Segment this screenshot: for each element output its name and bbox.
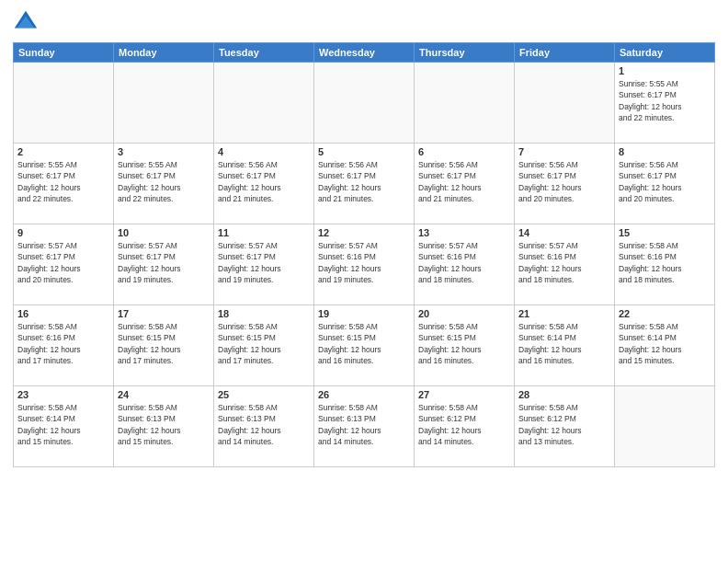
day-number: 16 bbox=[17, 308, 109, 319]
day-number: 8 bbox=[619, 146, 711, 157]
day-info: Sunrise: 5:58 AM Sunset: 6:15 PM Dayligh… bbox=[418, 321, 510, 366]
calendar-cell: 20Sunrise: 5:58 AM Sunset: 6:15 PM Dayli… bbox=[415, 305, 515, 386]
day-info: Sunrise: 5:58 AM Sunset: 6:13 PM Dayligh… bbox=[118, 402, 210, 447]
day-info: Sunrise: 5:58 AM Sunset: 6:15 PM Dayligh… bbox=[118, 321, 210, 366]
calendar-cell: 7Sunrise: 5:56 AM Sunset: 6:17 PM Daylig… bbox=[515, 144, 615, 224]
day-number: 11 bbox=[218, 227, 310, 238]
day-info: Sunrise: 5:55 AM Sunset: 6:17 PM Dayligh… bbox=[619, 78, 711, 123]
calendar-cell: 26Sunrise: 5:58 AM Sunset: 6:13 PM Dayli… bbox=[314, 386, 415, 467]
calendar-cell: 19Sunrise: 5:58 AM Sunset: 6:15 PM Dayli… bbox=[314, 305, 415, 386]
calendar-cell: 4Sunrise: 5:56 AM Sunset: 6:17 PM Daylig… bbox=[214, 144, 314, 224]
day-info: Sunrise: 5:57 AM Sunset: 6:16 PM Dayligh… bbox=[518, 240, 610, 285]
day-info: Sunrise: 5:58 AM Sunset: 6:15 PM Dayligh… bbox=[218, 321, 310, 366]
day-number: 27 bbox=[418, 389, 510, 400]
day-info: Sunrise: 5:56 AM Sunset: 6:17 PM Dayligh… bbox=[218, 159, 310, 204]
day-number: 2 bbox=[17, 146, 109, 157]
calendar-cell: 3Sunrise: 5:55 AM Sunset: 6:17 PM Daylig… bbox=[114, 144, 214, 224]
day-info: Sunrise: 5:58 AM Sunset: 6:12 PM Dayligh… bbox=[418, 402, 510, 447]
calendar-cell: 28Sunrise: 5:58 AM Sunset: 6:12 PM Dayli… bbox=[515, 386, 615, 467]
day-info: Sunrise: 5:56 AM Sunset: 6:17 PM Dayligh… bbox=[318, 159, 410, 204]
day-info: Sunrise: 5:58 AM Sunset: 6:15 PM Dayligh… bbox=[318, 321, 410, 366]
calendar-cell: 24Sunrise: 5:58 AM Sunset: 6:13 PM Dayli… bbox=[114, 386, 214, 467]
calendar-cell: 27Sunrise: 5:58 AM Sunset: 6:12 PM Dayli… bbox=[415, 386, 515, 467]
week-row-1: 2Sunrise: 5:55 AM Sunset: 6:17 PM Daylig… bbox=[14, 144, 715, 224]
day-info: Sunrise: 5:56 AM Sunset: 6:17 PM Dayligh… bbox=[418, 159, 510, 204]
calendar-cell: 5Sunrise: 5:56 AM Sunset: 6:17 PM Daylig… bbox=[314, 144, 415, 224]
day-info: Sunrise: 5:58 AM Sunset: 6:14 PM Dayligh… bbox=[518, 321, 610, 366]
calendar-cell: 9Sunrise: 5:57 AM Sunset: 6:17 PM Daylig… bbox=[14, 224, 114, 305]
calendar-cell: 23Sunrise: 5:58 AM Sunset: 6:14 PM Dayli… bbox=[14, 386, 114, 467]
day-number: 20 bbox=[418, 308, 510, 319]
logo bbox=[13, 9, 42, 35]
week-row-0: 1Sunrise: 5:55 AM Sunset: 6:17 PM Daylig… bbox=[14, 63, 715, 144]
weekday-header-saturday: Saturday bbox=[615, 43, 715, 63]
day-info: Sunrise: 5:58 AM Sunset: 6:14 PM Dayligh… bbox=[619, 321, 711, 366]
day-number: 9 bbox=[17, 227, 109, 238]
calendar-cell bbox=[515, 63, 615, 144]
calendar-cell bbox=[415, 63, 515, 144]
calendar-cell bbox=[114, 63, 214, 144]
calendar-cell: 16Sunrise: 5:58 AM Sunset: 6:16 PM Dayli… bbox=[14, 305, 114, 386]
day-number: 19 bbox=[318, 308, 410, 319]
weekday-header-monday: Monday bbox=[114, 43, 214, 63]
calendar-cell bbox=[214, 63, 314, 144]
calendar-cell bbox=[314, 63, 415, 144]
calendar-cell: 17Sunrise: 5:58 AM Sunset: 6:15 PM Dayli… bbox=[114, 305, 214, 386]
calendar-cell: 10Sunrise: 5:57 AM Sunset: 6:17 PM Dayli… bbox=[114, 224, 214, 305]
weekday-header-sunday: Sunday bbox=[14, 43, 114, 63]
day-info: Sunrise: 5:57 AM Sunset: 6:17 PM Dayligh… bbox=[17, 240, 109, 285]
day-number: 6 bbox=[418, 146, 510, 157]
day-number: 14 bbox=[518, 227, 610, 238]
day-number: 25 bbox=[218, 389, 310, 400]
calendar-table: SundayMondayTuesdayWednesdayThursdayFrid… bbox=[13, 42, 715, 467]
calendar-cell: 15Sunrise: 5:58 AM Sunset: 6:16 PM Dayli… bbox=[615, 224, 715, 305]
week-row-3: 16Sunrise: 5:58 AM Sunset: 6:16 PM Dayli… bbox=[14, 305, 715, 386]
day-info: Sunrise: 5:56 AM Sunset: 6:17 PM Dayligh… bbox=[518, 159, 610, 204]
weekday-header-tuesday: Tuesday bbox=[214, 43, 314, 63]
weekday-header-friday: Friday bbox=[515, 43, 615, 63]
calendar-cell: 22Sunrise: 5:58 AM Sunset: 6:14 PM Dayli… bbox=[615, 305, 715, 386]
day-number: 18 bbox=[218, 308, 310, 319]
day-number: 22 bbox=[619, 308, 711, 319]
week-row-2: 9Sunrise: 5:57 AM Sunset: 6:17 PM Daylig… bbox=[14, 224, 715, 305]
day-number: 12 bbox=[318, 227, 410, 238]
calendar-cell: 1Sunrise: 5:55 AM Sunset: 6:17 PM Daylig… bbox=[615, 63, 715, 144]
day-info: Sunrise: 5:58 AM Sunset: 6:16 PM Dayligh… bbox=[17, 321, 109, 366]
day-info: Sunrise: 5:58 AM Sunset: 6:12 PM Dayligh… bbox=[518, 402, 610, 447]
day-number: 24 bbox=[118, 389, 210, 400]
day-number: 5 bbox=[318, 146, 410, 157]
calendar-cell: 13Sunrise: 5:57 AM Sunset: 6:16 PM Dayli… bbox=[415, 224, 515, 305]
weekday-header-row: SundayMondayTuesdayWednesdayThursdayFrid… bbox=[14, 43, 715, 63]
calendar-cell: 6Sunrise: 5:56 AM Sunset: 6:17 PM Daylig… bbox=[415, 144, 515, 224]
calendar-cell: 25Sunrise: 5:58 AM Sunset: 6:13 PM Dayli… bbox=[214, 386, 314, 467]
day-info: Sunrise: 5:57 AM Sunset: 6:17 PM Dayligh… bbox=[218, 240, 310, 285]
day-number: 3 bbox=[118, 146, 210, 157]
day-info: Sunrise: 5:58 AM Sunset: 6:16 PM Dayligh… bbox=[619, 240, 711, 285]
day-number: 13 bbox=[418, 227, 510, 238]
day-info: Sunrise: 5:55 AM Sunset: 6:17 PM Dayligh… bbox=[17, 159, 109, 204]
calendar-cell: 18Sunrise: 5:58 AM Sunset: 6:15 PM Dayli… bbox=[214, 305, 314, 386]
day-info: Sunrise: 5:57 AM Sunset: 6:16 PM Dayligh… bbox=[318, 240, 410, 285]
day-info: Sunrise: 5:56 AM Sunset: 6:17 PM Dayligh… bbox=[619, 159, 711, 204]
calendar-cell: 14Sunrise: 5:57 AM Sunset: 6:16 PM Dayli… bbox=[515, 224, 615, 305]
day-number: 10 bbox=[118, 227, 210, 238]
page: SundayMondayTuesdayWednesdayThursdayFrid… bbox=[0, 0, 728, 563]
week-row-4: 23Sunrise: 5:58 AM Sunset: 6:14 PM Dayli… bbox=[14, 386, 715, 467]
day-number: 26 bbox=[318, 389, 410, 400]
day-info: Sunrise: 5:57 AM Sunset: 6:17 PM Dayligh… bbox=[118, 240, 210, 285]
day-number: 1 bbox=[619, 65, 711, 76]
calendar-cell: 8Sunrise: 5:56 AM Sunset: 6:17 PM Daylig… bbox=[615, 144, 715, 224]
logo-icon bbox=[13, 9, 39, 35]
day-number: 4 bbox=[218, 146, 310, 157]
calendar-cell bbox=[615, 386, 715, 467]
day-info: Sunrise: 5:58 AM Sunset: 6:13 PM Dayligh… bbox=[218, 402, 310, 447]
day-number: 15 bbox=[619, 227, 711, 238]
calendar-cell: 2Sunrise: 5:55 AM Sunset: 6:17 PM Daylig… bbox=[14, 144, 114, 224]
calendar-cell: 21Sunrise: 5:58 AM Sunset: 6:14 PM Dayli… bbox=[515, 305, 615, 386]
header bbox=[13, 9, 715, 35]
day-info: Sunrise: 5:57 AM Sunset: 6:16 PM Dayligh… bbox=[418, 240, 510, 285]
day-number: 21 bbox=[518, 308, 610, 319]
weekday-header-wednesday: Wednesday bbox=[314, 43, 415, 63]
day-number: 23 bbox=[17, 389, 109, 400]
day-number: 17 bbox=[118, 308, 210, 319]
